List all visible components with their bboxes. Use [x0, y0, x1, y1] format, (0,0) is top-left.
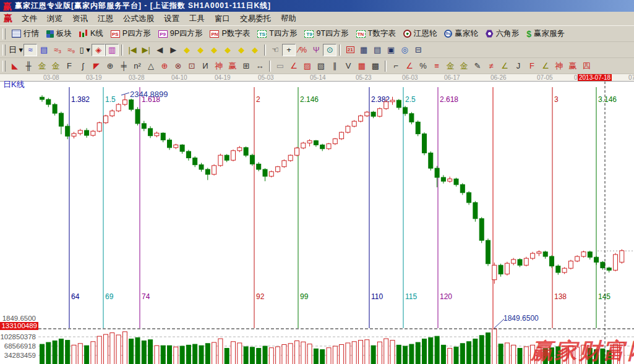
period-day-dropdown-button[interactable]: 日 ▾: [8, 44, 24, 56]
t9-square-button[interactable]: T99T四方形: [301, 27, 352, 40]
calendar-button[interactable]: 21: [343, 44, 357, 56]
gold-vline-tool-button[interactable]: 金: [35, 60, 49, 72]
ray-fan-tool-button[interactable]: ∠: [287, 60, 301, 72]
circle-cross-tool-button[interactable]: ⊕: [158, 60, 171, 72]
menu-item-gann[interactable]: 江恩: [93, 12, 118, 25]
expand-horizontal-button[interactable]: ◆: [207, 44, 221, 56]
next-bar-button[interactable]: ▶: [166, 44, 180, 56]
gann-wheel-tool-button[interactable]: ⊗: [171, 60, 185, 72]
percent-fan-tool-button[interactable]: ∠: [403, 60, 416, 72]
kline-button[interactable]: K线: [75, 27, 107, 40]
pattern-marker-button[interactable]: ◈: [92, 44, 105, 56]
gann-circle-tool-button[interactable]: ⊕: [103, 60, 117, 72]
last-page-button[interactable]: ▶|: [139, 44, 153, 56]
measure-percent-button[interactable]: ∕%: [296, 44, 309, 56]
circle-ray-tool-button[interactable]: ▧: [314, 60, 328, 72]
kline-chart-canvas[interactable]: 1.382641.5691.618742922.146992.3821102.5…: [0, 82, 634, 364]
menu-item-tools[interactable]: 工具: [184, 12, 210, 25]
candle-style-dropdown-button[interactable]: ▯ ▾: [78, 44, 92, 56]
menu-item-window[interactable]: 窗口: [210, 12, 235, 25]
spiral-tool-button[interactable]: ʃ: [76, 60, 90, 72]
gold-angle-tool-button[interactable]: ∠: [498, 60, 512, 72]
red-grid-tool-button[interactable]: ▦: [355, 60, 369, 72]
frame-tool-button[interactable]: ▭: [273, 60, 287, 72]
winner-wheel-button[interactable]: Big赢家轮: [440, 27, 482, 40]
magic-tool-button[interactable]: Ψ: [309, 44, 323, 56]
percent-line-tool-button[interactable]: ≡: [430, 60, 443, 72]
calculator-button[interactable]: ▦: [357, 44, 371, 56]
web-update-button[interactable]: ◎: [398, 44, 411, 56]
menu-item-trade[interactable]: 交易委托: [235, 12, 276, 25]
menu-item-formula-stock-pick[interactable]: 公式选股: [118, 12, 159, 25]
gold-angle2-tool-button[interactable]: ∠: [539, 60, 552, 72]
diag-grid-tool-button[interactable]: ▩: [369, 60, 382, 72]
shift-left-button[interactable]: ◆: [180, 44, 194, 56]
p-square-button[interactable]: PSP四方形: [107, 27, 155, 40]
kline-chart-area[interactable]: 1.382641.5691.618742922.146992.3821102.5…: [0, 82, 634, 364]
menu-item-browse[interactable]: 浏览: [42, 12, 67, 25]
brush2-tool-button[interactable]: ◤: [90, 60, 103, 72]
percent-tool-button[interactable]: %: [416, 60, 430, 72]
menu-item-file[interactable]: 文件: [17, 12, 42, 25]
gann-wheel-button[interactable]: 江恩轮: [400, 27, 441, 40]
gold-angle-tool-icon: ∠: [501, 61, 508, 70]
crosshair-tool-button[interactable]: +: [282, 44, 296, 56]
dense-grid-tool-button[interactable]: ⊞: [239, 60, 253, 72]
color-chart-icon: ▥: [108, 45, 116, 54]
square-spiral-tool-button[interactable]: ⊡: [185, 60, 199, 72]
vline-batch-tool-button[interactable]: ╫: [22, 60, 35, 72]
step-chart-tool-button[interactable]: ⌐: [389, 60, 403, 72]
span-arrow-tool-button[interactable]: ↔: [253, 60, 267, 72]
ink-brush-tool-button[interactable]: ✎: [471, 60, 484, 72]
shift-right-button[interactable]: ◆: [194, 44, 207, 56]
svg-text:138: 138: [554, 292, 567, 301]
p-number-table-button[interactable]: PNP数字表: [206, 27, 254, 40]
wave-overlay-button[interactable]: ≈: [24, 44, 37, 56]
hash-line-tool-button[interactable]: ╪: [117, 60, 131, 72]
info-panel-button[interactable]: ▤: [37, 44, 51, 56]
gold-vline2-tool-button[interactable]: 金: [49, 60, 62, 72]
menu-item-help[interactable]: 帮助: [276, 12, 301, 25]
first-page-button[interactable]: |◀: [126, 44, 139, 56]
brush-tool-button[interactable]: ◣: [8, 60, 22, 72]
fan-line-tool-button[interactable]: ∥: [328, 60, 341, 72]
print-button[interactable]: ⊟: [411, 44, 425, 56]
swing-3-button[interactable]: ≈₃: [51, 44, 64, 56]
save-button[interactable]: ▣: [384, 44, 398, 56]
f-angle-tool-button[interactable]: F: [525, 60, 539, 72]
win-angle-tool-button[interactable]: 赢: [566, 60, 580, 72]
t-square-button[interactable]: TST四方形: [254, 27, 301, 40]
square-ray-tool-button[interactable]: ▨: [301, 60, 314, 72]
winner-service-button[interactable]: $赢家服务: [523, 27, 568, 40]
menu-item-settings[interactable]: 设置: [159, 12, 184, 25]
j-angle-tool-button[interactable]: J: [512, 60, 525, 72]
web-update-icon: ◎: [401, 45, 408, 54]
swing-9-button[interactable]: ≈₉: [64, 44, 78, 56]
sector-blocks-button[interactable]: 板块: [43, 27, 75, 40]
hand-tool-button[interactable]: ☜: [268, 44, 282, 56]
n2-tool-button[interactable]: n²: [131, 60, 144, 72]
gold-circle-tool-button[interactable]: 金: [443, 60, 457, 72]
color-chart-button[interactable]: ▥: [105, 44, 119, 56]
clock-tool-button[interactable]: ⊙: [323, 44, 336, 56]
expand-all-button[interactable]: ◆: [234, 44, 248, 56]
parallel-line-tool-button[interactable]: ≠: [484, 60, 498, 72]
v-wave-tool-button[interactable]: V: [341, 60, 355, 72]
shen-vline-tool-button[interactable]: 神: [212, 60, 226, 72]
compress-horizontal-button[interactable]: ◆: [221, 44, 234, 56]
four-angle-tool-button[interactable]: 四: [580, 60, 593, 72]
win-vline-tool-button[interactable]: 赢: [226, 60, 239, 72]
shen-angle-tool-button[interactable]: 神: [552, 60, 566, 72]
notepad-button[interactable]: ▤: [371, 44, 384, 56]
hexagon-button[interactable]: 六角形: [482, 27, 523, 40]
market-quotes-button[interactable]: 行情: [8, 27, 43, 40]
compress-all-button[interactable]: ◆: [248, 44, 262, 56]
gold-line-tool-button[interactable]: 金: [457, 60, 471, 72]
wave-mark-tool-button[interactable]: И: [199, 60, 212, 72]
p9-square-button[interactable]: P99P四方形: [155, 27, 207, 40]
t-number-table-button[interactable]: TNT数字表: [353, 27, 400, 40]
angle-mark-tool-button[interactable]: △: [144, 60, 158, 72]
f-vline-tool-button[interactable]: F: [62, 60, 76, 72]
menu-item-news[interactable]: 资讯: [67, 12, 93, 25]
prev-bar-button[interactable]: ◀: [153, 44, 166, 56]
